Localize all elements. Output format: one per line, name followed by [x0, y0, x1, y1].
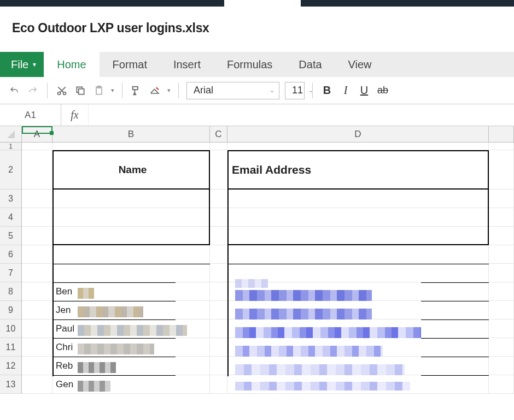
cell-name[interactable]: Gen: [52, 375, 210, 393]
col-header-D[interactable]: D: [227, 126, 489, 142]
cell-name[interactable]: Chri: [52, 338, 210, 356]
svg-point-0: [58, 92, 61, 94]
separator: [47, 83, 48, 98]
cell-email[interactable]: [227, 282, 489, 300]
header-cell-email[interactable]: Email Address: [227, 150, 489, 189]
separator: [178, 83, 179, 98]
formula-bar: A1 fx: [0, 104, 514, 126]
row-header-12[interactable]: 12: [0, 357, 21, 375]
row-header-10[interactable]: 10: [0, 320, 21, 338]
row-header-11[interactable]: 11: [0, 338, 21, 357]
cell[interactable]: [22, 150, 52, 189]
row-header-3[interactable]: 3: [0, 190, 21, 208]
col-header-A[interactable]: A: [22, 126, 52, 142]
row-header-7[interactable]: 7: [0, 264, 21, 282]
svg-point-1: [63, 92, 66, 94]
separator: [312, 83, 313, 98]
cell-reference-box[interactable]: A1: [0, 104, 61, 126]
row-header-6[interactable]: 6: [0, 245, 21, 264]
tab-file[interactable]: File ▾: [0, 52, 44, 77]
paste-dropdown-icon[interactable]: ▾: [111, 87, 114, 94]
window-chrome-gap: [224, 0, 301, 7]
row-header-8[interactable]: 8: [0, 282, 21, 301]
row-header-1[interactable]: 1: [0, 143, 21, 150]
col-header-C[interactable]: C: [210, 126, 227, 142]
font-size-select[interactable]: 11 ⌄: [285, 82, 305, 99]
tab-file-label: File: [11, 58, 28, 71]
row-header-4[interactable]: 4: [0, 208, 21, 227]
tab-view[interactable]: View: [335, 52, 385, 77]
cell-email[interactable]: [227, 357, 489, 375]
copy-icon[interactable]: [74, 84, 87, 97]
strikethrough-button[interactable]: ab: [376, 84, 389, 97]
italic-button[interactable]: I: [339, 84, 352, 97]
cell-email[interactable]: [227, 375, 489, 393]
select-all-corner[interactable]: [0, 126, 22, 142]
undo-icon[interactable]: [8, 84, 21, 97]
bold-button[interactable]: B: [320, 84, 334, 97]
chevron-down-icon: ▾: [33, 61, 36, 68]
toolbar: ▾ ▾ Arial ⌄ 11 ⌄ B I U ab: [0, 77, 514, 104]
cell-email[interactable]: [227, 320, 489, 338]
tab-insert[interactable]: Insert: [160, 52, 214, 77]
cell-email[interactable]: [227, 301, 489, 319]
format-painter-icon[interactable]: [130, 84, 143, 97]
tab-formulas[interactable]: Formulas: [214, 52, 285, 77]
font-family-select[interactable]: Arial ⌄: [186, 82, 279, 99]
formula-input[interactable]: [89, 104, 514, 126]
row-headers: 1 2 3 4 5 6 7 8 9 10 11 12 13: [0, 143, 22, 394]
clear-formatting-icon[interactable]: [149, 84, 162, 97]
window-chrome: [0, 0, 514, 7]
col-header-B[interactable]: B: [52, 126, 210, 142]
spreadsheet-grid: A B C D 1 2 3 4 5 6 7 8 9 10 11 12 13 Na…: [0, 126, 514, 394]
redo-icon[interactable]: [26, 84, 39, 97]
font-size-value: 11: [292, 85, 303, 96]
col-header-E[interactable]: [489, 126, 514, 142]
header-cell-name[interactable]: Name: [52, 150, 210, 189]
cells-area[interactable]: Name Email Address Ben Jen Paul Chri Reb…: [22, 143, 514, 394]
svg-rect-2: [79, 88, 84, 94]
fx-label: fx: [61, 104, 89, 126]
clear-dropdown-icon[interactable]: ▾: [167, 87, 171, 94]
cell-name[interactable]: Jen: [52, 301, 210, 319]
row-header-9[interactable]: 9: [0, 301, 21, 320]
separator: [122, 83, 122, 98]
tab-home[interactable]: Home: [44, 52, 99, 77]
tab-format[interactable]: Format: [100, 52, 160, 77]
ribbon-tabs: File ▾ Home Format Insert Formulas Data …: [0, 52, 514, 77]
font-family-value: Arial: [194, 85, 213, 96]
cell-name[interactable]: Reb: [52, 357, 210, 375]
column-headers: A B C D: [0, 126, 514, 143]
row-header-5[interactable]: 5: [0, 227, 21, 245]
cut-icon[interactable]: [55, 84, 68, 97]
paste-icon[interactable]: [92, 84, 106, 97]
cell-name[interactable]: Paul: [52, 320, 210, 338]
document-filename: Eco Outdoor LXP user logins.xlsx: [0, 7, 514, 52]
cell-email[interactable]: [227, 338, 489, 356]
chevron-down-icon: ⌄: [270, 87, 274, 94]
row-header-2[interactable]: 2: [0, 150, 21, 190]
underline-button[interactable]: U: [358, 84, 371, 97]
row-header-13[interactable]: 13: [0, 375, 21, 394]
cell-name[interactable]: Ben: [52, 282, 210, 300]
cell[interactable]: [210, 150, 227, 189]
tab-data[interactable]: Data: [285, 52, 335, 77]
